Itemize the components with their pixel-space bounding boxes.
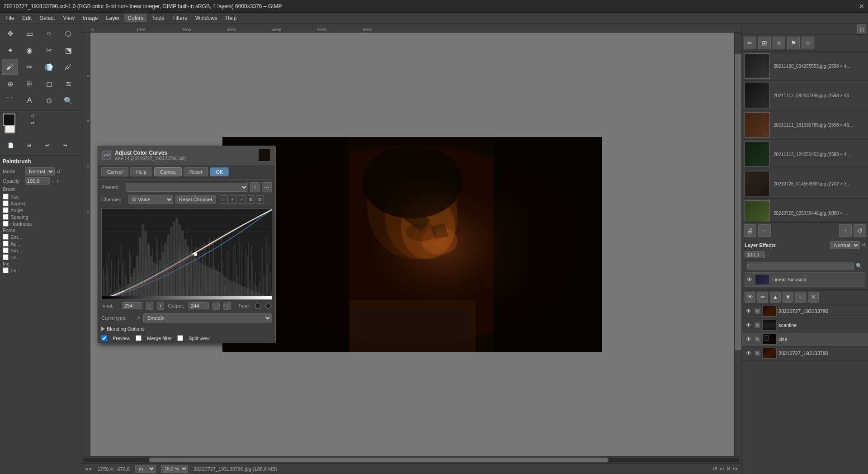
blending-options-label[interactable]: Blending Options: [107, 326, 145, 332]
blending-options-triangle[interactable]: [101, 327, 105, 331]
emulate-check[interactable]: [3, 234, 9, 240]
panel-sort-icon[interactable]: ≡: [802, 37, 814, 49]
curves-graph-container[interactable]: [101, 209, 272, 300]
output-value[interactable]: 244: [189, 302, 209, 309]
layer-vis-3[interactable]: 👁: [745, 349, 753, 357]
ok-button[interactable]: OK: [210, 167, 229, 176]
menu-windows[interactable]: Windows: [192, 14, 221, 22]
thumbs-refresh-icon[interactable]: ↺: [854, 224, 866, 237]
presets-menu-btn[interactable]: ⋯: [262, 182, 272, 192]
vertical-scrollbar-thumb[interactable]: [735, 54, 741, 350]
horizontal-scrollbar-thumb[interactable]: [149, 458, 608, 462]
reset-channel-button[interactable]: Reset Channel: [175, 195, 216, 204]
scrollbar-track[interactable]: [83, 458, 740, 462]
layer-mode-cycle-icon[interactable]: ↺: [862, 242, 865, 247]
undo-icon[interactable]: ↩: [719, 465, 724, 472]
new-image-icon[interactable]: 📄: [3, 137, 19, 153]
layer-vis-2[interactable]: 👁: [745, 335, 753, 343]
smudge-tool[interactable]: ≋: [60, 76, 76, 92]
airbrush-tool[interactable]: 💨: [41, 59, 57, 75]
apply-check[interactable]: [3, 241, 9, 246]
thumb-item-4[interactable]: 20210728_014559939.jpg (2702 × 3...: [742, 169, 868, 199]
presets-select[interactable]: [126, 183, 248, 192]
spacing-check[interactable]: [3, 214, 9, 220]
foreground-select-tool[interactable]: ⬔: [60, 42, 76, 58]
size-check[interactable]: [3, 194, 9, 199]
channel-icon-3[interactable]: ✔: [238, 195, 246, 204]
opacity-minus-btn[interactable]: −: [52, 178, 54, 184]
zoom-select[interactable]: 18,2 %: [161, 465, 188, 473]
scissors-tool[interactable]: ✂: [41, 42, 57, 58]
move-tool[interactable]: ✥: [2, 25, 18, 42]
help-button[interactable]: Help: [130, 167, 152, 176]
split-view-checkbox[interactable]: [177, 335, 183, 341]
curves-button[interactable]: Curves: [154, 167, 182, 176]
output-minus-btn[interactable]: −: [212, 302, 220, 310]
eyedropper-tool[interactable]: ⊙: [41, 92, 57, 109]
thumb-item-0[interactable]: 20211120_034255553.jpg (2598 × 4...: [742, 52, 868, 81]
layer-item-3[interactable]: 👁 fx 20210727_193133790: [742, 346, 868, 360]
expand-check[interactable]: [3, 267, 9, 273]
preview-checkbox[interactable]: [101, 335, 107, 341]
layer-vis-1[interactable]: 👁: [745, 321, 753, 329]
free-select-tool[interactable]: ⬡: [60, 25, 76, 42]
eraser-tool[interactable]: ◻: [41, 76, 57, 92]
clone-tool[interactable]: ⎘: [21, 76, 38, 92]
merge-filter-checkbox[interactable]: [136, 335, 142, 341]
panel-transform-icon[interactable]: ⌗: [773, 37, 785, 49]
redo-icon[interactable]: ↪: [57, 137, 73, 153]
presets-add-btn[interactable]: +: [250, 182, 260, 192]
close-btn[interactable]: ✕: [859, 3, 864, 10]
swap-colors-icon[interactable]: ⇄: [31, 120, 34, 125]
heal-tool[interactable]: ⊕: [2, 76, 18, 92]
rotate-icon[interactable]: ↺: [712, 465, 717, 472]
ellipse-select-tool[interactable]: ○: [41, 25, 57, 42]
layer-item-2[interactable]: 👁 fx clse: [742, 332, 868, 346]
layer-item-0[interactable]: 👁 fx 20210727_193133790: [742, 304, 868, 318]
menu-help[interactable]: Help: [222, 14, 241, 22]
opacity-input[interactable]: 100,0: [25, 177, 50, 185]
type-circle-icon[interactable]: [255, 303, 261, 309]
input-plus-btn[interactable]: +: [157, 302, 164, 310]
layer-opacity-minus-btn[interactable]: −: [767, 252, 769, 257]
menu-file[interactable]: File: [2, 14, 18, 22]
foreground-color-swatch[interactable]: [3, 114, 15, 126]
menu-image[interactable]: Image: [79, 14, 101, 22]
thumbs-print-icon[interactable]: 🖨: [744, 224, 756, 237]
channel-icon-5[interactable]: ⊟: [256, 195, 264, 204]
pencil-tool[interactable]: ✏: [21, 59, 38, 75]
channel-select[interactable]: ① Value: [128, 195, 173, 204]
thumb-item-3[interactable]: 20211113_124055453.jpg (2598 × 4...: [742, 140, 868, 169]
nav-back-icon[interactable]: ◂: [85, 466, 88, 472]
channel-icon-2[interactable]: ✔: [229, 195, 237, 204]
menu-edit[interactable]: Edit: [19, 14, 35, 22]
text-tool[interactable]: A: [21, 92, 38, 109]
panel-grid-icon[interactable]: ⊞: [758, 37, 771, 49]
layers-tool-edit-btn[interactable]: ✏: [757, 292, 768, 303]
layer-item-1[interactable]: 👁 fx scanline: [742, 318, 868, 332]
horizontal-scrollbar[interactable]: [81, 456, 741, 463]
channel-icon-4[interactable]: ⊞: [247, 195, 255, 204]
unit-select[interactable]: px mm: [135, 465, 156, 473]
menu-select[interactable]: Select: [36, 14, 58, 22]
type-diamond-icon[interactable]: [265, 302, 272, 309]
curves-graph[interactable]: [102, 209, 272, 299]
lock-check[interactable]: [3, 254, 9, 260]
zoom-tool[interactable]: 🔍: [60, 92, 76, 109]
panel-expand-icon[interactable]: ◱: [857, 24, 866, 33]
layer-effect-visibility-icon[interactable]: 👁: [747, 276, 752, 283]
search-icon[interactable]: 🔍: [856, 263, 863, 269]
layer-mode-select[interactable]: Normal: [830, 241, 860, 249]
menu-view[interactable]: View: [59, 14, 78, 22]
ink-tool[interactable]: 🖊: [60, 59, 76, 75]
menu-tools[interactable]: Tools: [148, 14, 168, 22]
layers-tool-chain-btn[interactable]: ≡: [795, 292, 806, 303]
hardness-check[interactable]: [3, 221, 9, 227]
thumb-item-1[interactable]: 20211112_092637196.jpg (2598 × 46...: [742, 81, 868, 110]
redo-icon[interactable]: ↪: [733, 465, 738, 472]
layer-vis-0[interactable]: 👁: [745, 307, 753, 315]
panel-flag-icon[interactable]: ⚑: [787, 37, 800, 49]
cancel-icon[interactable]: ✕: [726, 465, 731, 472]
layers-tool-up-btn[interactable]: ▲: [770, 292, 781, 303]
channel-icon-1[interactable]: □: [220, 195, 228, 204]
